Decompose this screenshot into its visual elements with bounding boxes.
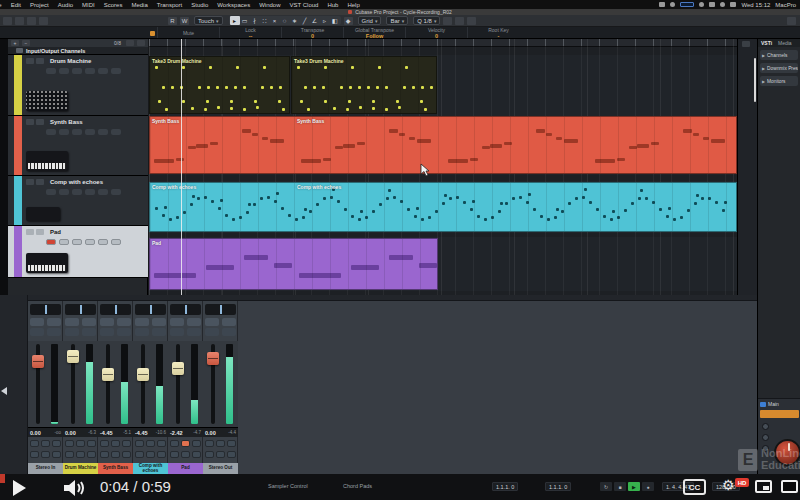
strip-button[interactable] — [216, 440, 225, 447]
dim-button[interactable] — [762, 423, 769, 430]
pan-control[interactable] — [205, 304, 236, 315]
strip-button[interactable] — [146, 451, 155, 458]
mute-button[interactable] — [205, 318, 219, 326]
remove-track-button[interactable]: − — [22, 40, 30, 46]
track-solo-button[interactable] — [36, 58, 44, 64]
pan-control[interactable] — [30, 304, 61, 315]
bluetooth-icon[interactable] — [699, 2, 704, 7]
zoom-preset-button[interactable] — [742, 41, 750, 47]
infoline-field-root-key[interactable]: Root Key- — [467, 27, 529, 38]
strip-button[interactable] — [65, 440, 74, 447]
menu-file[interactable]: File — [0, 2, 2, 8]
track-row-pad[interactable]: Pad — [8, 226, 148, 278]
strip-button[interactable] — [87, 440, 96, 447]
automation-mode-dropdown[interactable]: Touch▾ — [194, 16, 223, 25]
track-record-enable-button[interactable] — [46, 129, 56, 135]
channel-name-tab[interactable]: Stereo In — [28, 463, 63, 474]
undo-button[interactable] — [27, 17, 36, 25]
menu-studio[interactable]: Studio — [191, 2, 208, 8]
strip-button[interactable] — [87, 451, 96, 458]
strip-button[interactable] — [65, 451, 74, 458]
track-record-enable-button[interactable] — [46, 189, 56, 195]
edit-button[interactable] — [117, 328, 131, 336]
fader-value[interactable]: -4.45 — [135, 430, 148, 436]
mute-button[interactable] — [65, 318, 79, 326]
track-control-button[interactable] — [72, 189, 82, 195]
notification-icon[interactable] — [720, 2, 725, 7]
menu-audio[interactable]: Audio — [58, 2, 73, 8]
wifi-icon[interactable] — [709, 2, 715, 7]
strip-button[interactable] — [170, 451, 179, 458]
object-select-tool[interactable]: ▸ — [230, 16, 240, 25]
control-room-main-tab[interactable]: Main — [758, 399, 800, 409]
track-control-button[interactable] — [98, 189, 108, 195]
play-tool[interactable]: ▹ — [320, 16, 330, 25]
channel-name-tab[interactable]: Pad — [168, 463, 203, 474]
history-button[interactable] — [39, 17, 48, 25]
fader-value[interactable]: -4.45 — [100, 430, 113, 436]
track-control-button[interactable] — [98, 68, 108, 74]
infoline-field-lock[interactable]: Lock-- — [219, 27, 281, 38]
track-record-enable-button[interactable] — [46, 68, 56, 74]
strip-button[interactable] — [146, 440, 155, 447]
track-solo-button[interactable] — [36, 119, 44, 125]
mute-button[interactable] — [30, 318, 44, 326]
channel-name-tab[interactable]: Drum Machine — [63, 463, 98, 474]
listen-button[interactable] — [30, 328, 44, 336]
track-control-button[interactable] — [85, 239, 95, 245]
fader-cap[interactable] — [172, 362, 184, 375]
track-search-button[interactable] — [137, 40, 145, 46]
solo-button[interactable] — [152, 318, 166, 326]
track-control-button[interactable] — [59, 189, 69, 195]
shield-icon[interactable] — [670, 2, 675, 7]
infoline-field-mute[interactable]: Mute — [157, 27, 219, 38]
mute-button[interactable] — [170, 318, 184, 326]
split-tool[interactable]: ∤ — [250, 16, 260, 25]
clip-pad-4[interactable]: Pad — [149, 238, 438, 290]
menu-midi[interactable]: MIDI — [82, 2, 95, 8]
strip-button[interactable] — [122, 440, 131, 447]
strip-button[interactable] — [135, 451, 144, 458]
fader-cap[interactable] — [67, 350, 79, 363]
automation-read-button[interactable]: R — [168, 17, 177, 25]
pan-control[interactable] — [135, 304, 166, 315]
track-control-button[interactable] — [85, 189, 95, 195]
track-control-button[interactable] — [85, 129, 95, 135]
edit-button[interactable] — [152, 328, 166, 336]
mute-button[interactable] — [135, 318, 149, 326]
track-control-button[interactable] — [72, 239, 82, 245]
strip-button[interactable] — [170, 440, 179, 447]
menu-vst-cloud[interactable]: VST Cloud — [289, 2, 318, 8]
rightzone-tab-media[interactable]: Media — [778, 40, 792, 46]
strip-button[interactable] — [122, 451, 131, 458]
listen-button[interactable] — [170, 328, 184, 336]
edit-button[interactable] — [82, 328, 96, 336]
strip-button[interactable] — [205, 451, 214, 458]
expand-left-arrow-icon[interactable] — [1, 387, 7, 395]
track-control-button[interactable] — [111, 68, 121, 74]
track-control-button[interactable] — [72, 68, 82, 74]
io-channels-row[interactable]: Input/Output Channels — [8, 47, 148, 55]
rightzone-section-monitors[interactable]: ▶Monitors — [760, 76, 798, 86]
closed-captions-button[interactable]: CC — [683, 479, 706, 495]
marker-button[interactable] — [467, 17, 476, 25]
edit-button[interactable] — [47, 328, 61, 336]
edit-button[interactable] — [222, 328, 236, 336]
strip-button[interactable] — [100, 440, 109, 447]
hd-quality-badge[interactable]: HD — [735, 478, 749, 487]
mute-button[interactable] — [100, 318, 114, 326]
strip-button[interactable] — [157, 440, 166, 447]
strip-button[interactable] — [227, 451, 236, 458]
rightzone-section-channels[interactable]: ▶Channels — [760, 50, 798, 60]
menu-hub[interactable]: Hub — [327, 2, 338, 8]
automation-write-button[interactable]: W — [180, 17, 189, 25]
snap-type-dropdown[interactable]: Grid▾ — [358, 16, 382, 25]
track-solo-button[interactable] — [36, 179, 44, 185]
vertical-scrollbar[interactable] — [754, 58, 756, 102]
fader-value[interactable]: -2.42 — [170, 430, 183, 436]
fader-cap[interactable] — [102, 368, 114, 381]
strip-button[interactable] — [181, 451, 190, 458]
track-control-button[interactable] — [111, 129, 121, 135]
rightzone-section-downmix-presets[interactable]: ▶Downmix Presets — [760, 63, 798, 73]
snap-on-off-button[interactable]: ◆ — [344, 17, 353, 25]
